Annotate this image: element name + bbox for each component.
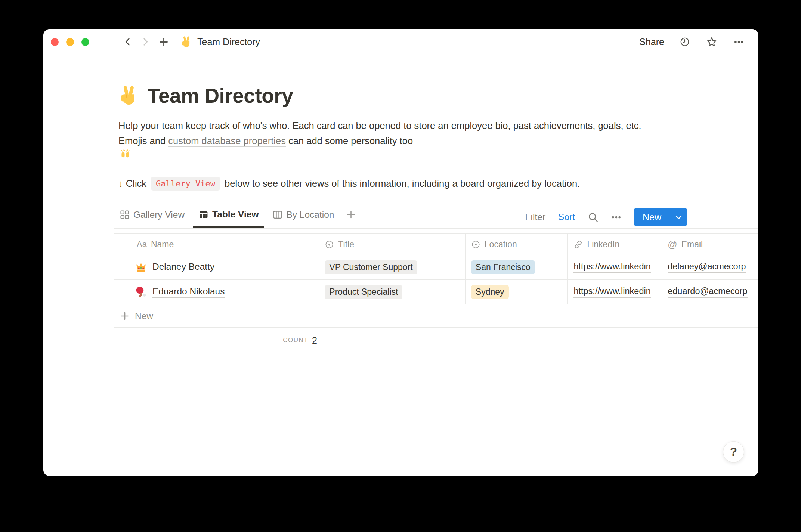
search-icon[interactable] [588,212,599,223]
ping-pong-icon [135,286,147,298]
crown-icon [135,262,147,273]
raising-hands-icon [120,149,131,160]
person-name-link[interactable]: Delaney Beatty [152,262,214,273]
titlebar-doc-title: Team Directory [197,37,260,47]
cell-linkedin[interactable]: https://www.linkedin [568,280,662,304]
view-controls: Filter Sort New [525,207,687,226]
board-view-icon [273,210,282,219]
column-label: LinkedIn [587,239,619,250]
email-link[interactable]: eduardo@acmecorp [668,286,747,298]
column-label: Location [485,239,517,250]
count-value: 2 [312,335,317,346]
url-property-icon [573,240,583,249]
table-row: Delaney Beatty VP Customer Support San F… [114,255,758,280]
table-row: Eduardo Nikolaus Product Specialist Sydn… [114,280,758,304]
select-property-icon [471,240,480,249]
person-name-link[interactable]: Eduardo Nikolaus [152,286,225,298]
cell-location[interactable]: Sydney [466,280,568,304]
page-title: Team Directory [118,84,758,108]
new-entry-dropdown-chevron-icon[interactable] [670,208,687,226]
column-header-title[interactable]: Title [319,234,465,255]
gallery-view-icon [120,210,129,219]
view-options-ellipsis-icon[interactable] [611,212,621,222]
sidebar-menu-icon[interactable] [100,35,112,48]
cell-title[interactable]: VP Customer Support [319,255,465,279]
count-label: COUNT [283,337,308,344]
tab-gallery-view[interactable]: Gallery View [114,207,190,227]
cell-email[interactable]: delaney@acmecorp [662,255,758,279]
close-window-button[interactable] [51,38,59,46]
team-directory-table: Aa Name Title Location LinkedIn @ Email [114,233,758,353]
column-header-email[interactable]: @ Email [662,234,758,255]
help-question-mark: ? [730,445,737,459]
filter-button[interactable]: Filter [525,212,545,222]
add-row-button[interactable]: New [114,304,758,328]
table-view-icon [199,210,208,219]
ellipsis-icon[interactable] [732,35,745,48]
column-header-location[interactable]: Location [466,234,568,255]
breadcrumb[interactable]: Team Directory [180,36,260,48]
callout-suffix: below to see other views of this informa… [225,178,580,189]
cell-email[interactable]: eduardo@acmecorp [662,280,758,304]
add-row-label: New [135,311,153,321]
tab-table-view[interactable]: Table View [193,207,264,228]
back-icon[interactable] [121,35,134,48]
callout-prefix: ↓ Click [118,178,146,189]
cell-location[interactable]: San Francisco [466,255,568,279]
forward-icon[interactable] [139,35,152,48]
text-property-icon: Aa [137,239,147,249]
email-link[interactable]: delaney@acmecorp [668,262,746,273]
cell-name[interactable]: Eduardo Nikolaus [114,280,319,304]
share-button[interactable]: Share [639,37,664,47]
calculation-row: COUNT 2 [114,328,758,353]
title-tag: VP Customer Support [325,260,417,274]
title-tag: Product Specialist [325,285,402,299]
minimize-window-button[interactable] [66,38,74,46]
cell-title[interactable]: Product Specialist [319,280,465,304]
help-button[interactable]: ? [723,441,744,463]
linkedin-link[interactable]: https://www.linkedin [573,286,650,298]
column-label: Name [151,239,174,250]
star-icon[interactable] [705,35,718,48]
view-tabs: Gallery View Table View By Location [114,207,359,227]
views-bar: Gallery View Table View By Location Filt… [114,207,758,229]
app-window: Team Directory Share Team Directory Help… [43,29,758,476]
zoom-window-button[interactable] [81,38,89,46]
cell-linkedin[interactable]: https://www.linkedin [568,255,662,279]
column-label: Title [338,239,354,250]
tab-by-location[interactable]: By Location [267,207,340,227]
location-tag: Sydney [471,285,509,299]
new-tab-plus-icon[interactable] [157,35,170,48]
tab-label: Gallery View [133,210,185,220]
column-label: Email [681,239,703,250]
table-header-row: Aa Name Title Location LinkedIn @ Email [114,233,758,255]
tab-label: By Location [286,210,334,220]
cell-name[interactable]: Delaney Beatty [114,255,319,279]
page-title-text: Team Directory [148,84,293,108]
victory-hand-icon[interactable] [118,86,139,106]
select-property-icon [325,240,334,249]
column-header-name[interactable]: Aa Name [114,234,319,255]
page-description: Help your team keep track of who's who. … [118,118,668,160]
custom-properties-link[interactable]: custom database properties [168,136,286,147]
gallery-view-code-tag: Gallery View [151,177,220,191]
callout-line: ↓ Click Gallery View below to see other … [118,177,758,191]
victory-hand-icon [180,36,192,48]
column-header-linkedin[interactable]: LinkedIn [568,234,662,255]
new-entry-button[interactable]: New [634,208,670,226]
sort-button[interactable]: Sort [558,212,575,222]
count-aggregate[interactable]: COUNT 2 [114,328,321,353]
location-tag: San Francisco [471,260,535,274]
new-entry-split-button: New [634,208,687,226]
add-view-plus-icon[interactable] [343,208,359,226]
linkedin-link[interactable]: https://www.linkedin [573,262,650,273]
description-text: can add some personality too [286,136,413,146]
titlebar: Team Directory Share [43,29,758,55]
tab-label: Table View [212,209,259,220]
plus-icon [120,311,130,321]
email-property-icon: @ [668,239,677,250]
clock-icon[interactable] [678,35,691,48]
traffic-lights [51,38,89,46]
